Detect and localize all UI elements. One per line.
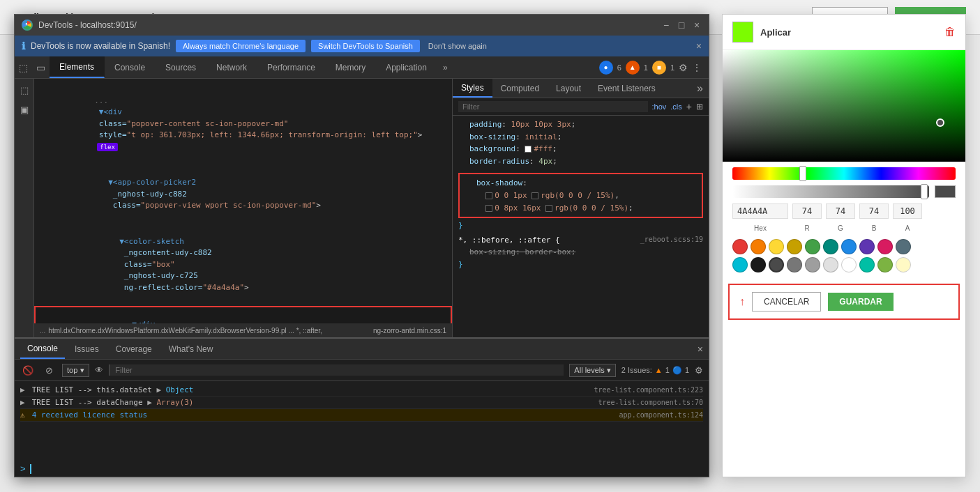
- css-close-brace-2: }: [458, 259, 703, 270]
- css-prop-border-radius[interactable]: border-radius: 4px;: [458, 155, 703, 168]
- minimize-button[interactable]: −: [661, 20, 671, 30]
- styles-tab-computed[interactable]: Computed: [492, 79, 548, 98]
- cp-gradient-canvas[interactable]: [723, 50, 965, 162]
- tabs-more-button[interactable]: »: [437, 63, 453, 72]
- object-expand-1[interactable]: ▶: [156, 385, 161, 394]
- console-row-1-source[interactable]: tree-list.component.ts:223: [594, 386, 703, 394]
- swatch-orange[interactable]: [751, 239, 766, 254]
- html-line-4-selected[interactable]: ▼<div _ngcontent-udy-c725 class="sketch-…: [34, 306, 452, 324]
- css-prop-boxsizing[interactable]: box-sizing: initial;: [458, 131, 703, 144]
- swatch-lightgrey[interactable]: [823, 257, 838, 272]
- devtools-more-icon[interactable]: ⋮: [692, 62, 702, 73]
- swatch-gold[interactable]: [787, 239, 802, 254]
- css-prop-boxshadow-1[interactable]: 0 0 1px rgb(0 0 0 / 15%),: [465, 190, 696, 202]
- swatch-lime[interactable]: [877, 257, 893, 272]
- styles-filter-input[interactable]: [458, 101, 648, 112]
- tab-application[interactable]: Application: [376, 56, 437, 78]
- css-source-link[interactable]: _reboot.scss:19: [640, 236, 703, 245]
- console-row-1-expand[interactable]: ▶: [20, 385, 25, 394]
- object-expand-2[interactable]: ▶: [147, 398, 152, 407]
- console-row-2: ▶ TREE LIST --> dataChange ▶ Array(3) tr…: [20, 397, 703, 409]
- styles-tab-eventlisteners[interactable]: Event Listeners: [589, 79, 664, 98]
- html-line-3[interactable]: ▼<color-sketch _ngcontent-udy-c882 class…: [34, 224, 452, 306]
- color-picker-panel: Aplicar 🗑 Hex R G B A: [722, 14, 966, 477]
- swatch-darkgrey-selected[interactable]: [769, 257, 784, 272]
- cp-footer: ↑ CANCELAR GUARDAR: [728, 284, 960, 320]
- tab-memory[interactable]: Memory: [326, 56, 376, 78]
- swatch-blue[interactable]: [841, 239, 857, 254]
- cp-guardar-button[interactable]: GUARDAR: [828, 293, 893, 311]
- swatch-grey-blue[interactable]: [896, 239, 911, 254]
- cp-cancelar-button[interactable]: CANCELAR: [752, 292, 821, 312]
- tab-console[interactable]: Console: [105, 56, 156, 78]
- cp-g-input[interactable]: [826, 203, 855, 219]
- bottom-tab-whatsnew[interactable]: What's New: [162, 339, 220, 359]
- context-select[interactable]: top ▾: [62, 364, 89, 377]
- bottom-tab-console[interactable]: Console: [20, 339, 65, 359]
- swatch-white[interactable]: [841, 257, 857, 272]
- cp-labels: Hex R G B A: [732, 224, 956, 232]
- html-line-1[interactable]: ... ▼<div class="popover-content sc-ion-…: [34, 83, 452, 165]
- banner-close-button[interactable]: ×: [696, 40, 702, 52]
- eye-icon[interactable]: 👁: [95, 365, 103, 375]
- css-prop-background[interactable]: background: #fff;: [458, 143, 703, 155]
- styles-more-button[interactable]: »: [691, 82, 709, 95]
- cp-opacity-bar[interactable]: [732, 185, 929, 198]
- swatch-black[interactable]: [751, 257, 766, 272]
- swatch-yellow[interactable]: [769, 239, 784, 254]
- swatch-cream[interactable]: [896, 257, 911, 272]
- swatch-midgrey[interactable]: [787, 257, 802, 272]
- styles-tab-styles[interactable]: Styles: [453, 79, 492, 98]
- html-line-2[interactable]: ▼<app-color-picker2 _nghost-udy-c882 cla…: [34, 165, 452, 224]
- info-banner: ℹ DevTools is now available in Spanish! …: [15, 36, 709, 56]
- swatch-purple[interactable]: [859, 239, 875, 254]
- console-row-3-source[interactable]: app.component.ts:124: [619, 411, 703, 419]
- console-clear-button[interactable]: 🚫: [20, 362, 36, 378]
- tab-performance[interactable]: Performance: [257, 56, 326, 78]
- console-row-2-source[interactable]: tree-list.component.ts:70: [598, 399, 703, 406]
- cp-hue-bar[interactable]: [732, 167, 956, 180]
- tab-network[interactable]: Network: [206, 56, 257, 78]
- bottom-close-button[interactable]: ×: [698, 344, 703, 355]
- cp-a-input[interactable]: [893, 203, 922, 219]
- console-settings-icon[interactable]: ⚙: [695, 365, 703, 376]
- console-filter-input[interactable]: [109, 364, 564, 376]
- elements-cursor-icon[interactable]: ⬚: [15, 62, 32, 73]
- console-row-2-expand[interactable]: ▶: [20, 398, 25, 407]
- banner-switch-button[interactable]: Switch DevTools to Spanish: [311, 40, 420, 52]
- css-prop-padding[interactable]: padding: 10px 10px 3px;: [458, 118, 703, 131]
- tab-elements[interactable]: Elements: [50, 56, 105, 78]
- device-toolbar-icon[interactable]: ▭: [32, 62, 50, 73]
- swatch-red[interactable]: [732, 239, 748, 254]
- swatch-grey[interactable]: [805, 257, 820, 272]
- bottom-tab-issues[interactable]: Issues: [68, 339, 106, 359]
- breadcrumb-main: html.dxChrome.dxWindowsPlatform.dxWebKit…: [48, 327, 322, 335]
- devtools-settings-icon[interactable]: ⚙: [679, 62, 688, 73]
- swatch-teal[interactable]: [823, 239, 838, 254]
- swatch-mint[interactable]: [859, 257, 875, 272]
- banner-dont-show-button[interactable]: Don't show again: [428, 42, 487, 50]
- cp-r-input[interactable]: [792, 203, 822, 219]
- cp-b-input[interactable]: [859, 203, 889, 219]
- filter-grid-button[interactable]: ⊞: [696, 102, 703, 112]
- cp-green-swatch[interactable]: [732, 22, 753, 43]
- bottom-tab-coverage[interactable]: Coverage: [109, 339, 159, 359]
- css-prop-boxshadow-2[interactable]: 0 8px 16px rgb(0 0 0 / 15%);: [465, 202, 696, 215]
- swatch-cyan[interactable]: [732, 257, 748, 272]
- inspect-element-button[interactable]: ⬚: [16, 82, 33, 98]
- close-button[interactable]: ×: [692, 20, 702, 30]
- swatch-green[interactable]: [805, 239, 820, 254]
- tab-sources[interactable]: Sources: [156, 56, 206, 78]
- levels-select[interactable]: All levels ▾: [569, 364, 615, 377]
- side-tool-2-button[interactable]: ▣: [16, 101, 33, 118]
- cp-hex-input[interactable]: [732, 203, 788, 219]
- banner-match-button[interactable]: Always match Chrome's language: [176, 40, 306, 52]
- maximize-button[interactable]: □: [677, 20, 686, 30]
- console-filter-button[interactable]: ⊘: [41, 362, 56, 378]
- filter-plus-button[interactable]: +: [686, 101, 692, 112]
- swatch-pink[interactable]: [877, 239, 893, 254]
- styles-tab-layout[interactable]: Layout: [548, 79, 589, 98]
- filter-hov-button[interactable]: :hov: [652, 102, 667, 111]
- filter-cls-button[interactable]: .cls: [670, 102, 682, 111]
- cp-delete-button[interactable]: 🗑: [944, 26, 956, 38]
